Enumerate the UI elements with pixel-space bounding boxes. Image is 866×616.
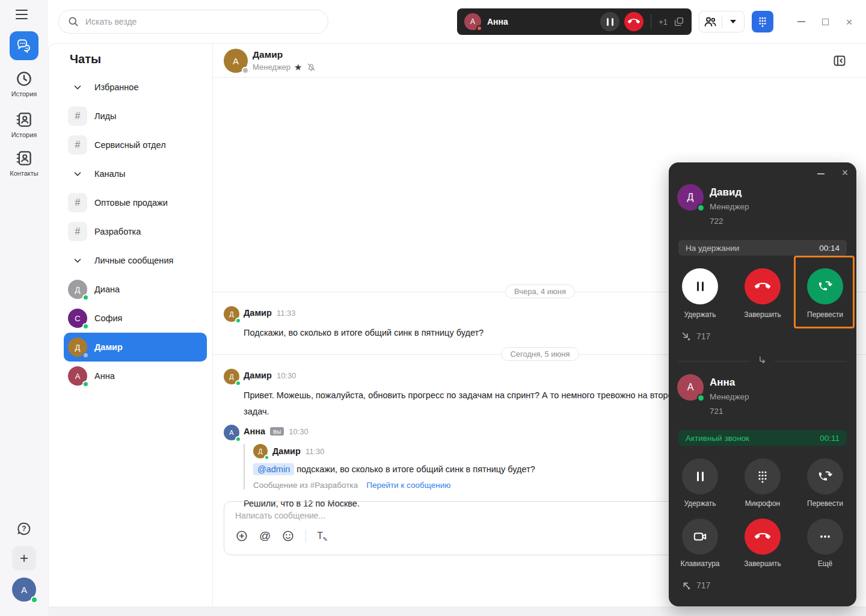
message-author[interactable]: Дамир — [244, 371, 272, 380]
hold-call-button[interactable] — [600, 12, 619, 31]
online-status-dot — [82, 294, 89, 301]
button-label: Перевести — [794, 310, 856, 319]
dm-anna[interactable]: А Анна — [64, 362, 207, 390]
date-divider-label: Сегодня, 5 июня — [501, 347, 579, 361]
hold-button[interactable] — [682, 458, 718, 494]
local-party-name: Анна — [710, 377, 735, 389]
pop-out-icon[interactable] — [674, 16, 684, 27]
section-favorites[interactable]: Избранное — [64, 73, 207, 102]
channel-service-dept[interactable]: # Сервисный отдел — [64, 131, 207, 159]
conversation-avatar[interactable]: A — [224, 49, 248, 73]
you-badge: вы — [270, 427, 284, 436]
dm-sofia[interactable]: С София — [64, 304, 207, 333]
dm-label: Дамир — [94, 342, 123, 352]
emoji-icon[interactable] — [281, 529, 295, 543]
mention-chip[interactable]: @admin — [253, 463, 294, 475]
divider — [651, 14, 651, 29]
online-status-dot — [235, 380, 241, 386]
remote-party-role: Менеджер — [710, 202, 749, 211]
add-button[interactable]: + — [12, 546, 36, 570]
avatar-initial: A — [21, 585, 27, 595]
arrow-outgoing-icon — [681, 580, 692, 591]
avatar[interactable]: Д — [224, 306, 239, 322]
dialpad-icon — [757, 16, 769, 28]
transfer-button[interactable] — [807, 268, 843, 304]
caller-number-row: 717 — [681, 580, 710, 591]
channel-label: Сервисный отдел — [94, 140, 166, 150]
panel-close-icon[interactable]: × — [840, 167, 850, 178]
sidebar-item-label: Контакты — [10, 170, 38, 177]
quote-author: Дамир — [272, 446, 301, 456]
hash-icon: # — [68, 193, 87, 212]
message-time: 10:30 — [289, 427, 309, 436]
more-button[interactable] — [807, 519, 843, 555]
global-search[interactable] — [58, 10, 328, 34]
text-format-icon[interactable]: T✎ — [317, 531, 323, 541]
corner-down-right-icon — [757, 355, 769, 367]
section-channels[interactable]: Каналы — [64, 159, 207, 188]
help-icon[interactable]: ? — [16, 521, 32, 537]
end-call-button[interactable] — [745, 519, 781, 555]
profile-avatar[interactable]: A — [12, 578, 36, 602]
search-input[interactable] — [85, 17, 319, 26]
favorite-star-icon[interactable]: ★ — [294, 63, 302, 72]
button-label: Удержать — [669, 310, 731, 319]
end-call-button[interactable] — [624, 12, 643, 31]
sidebar-item-contacts[interactable]: Контакты — [0, 149, 48, 177]
channel-wholesale[interactable]: # Оптовые продажи — [64, 188, 207, 217]
transfer-divider — [678, 354, 847, 368]
message-author[interactable]: Дамир — [244, 308, 272, 318]
avatar[interactable]: Д — [224, 369, 239, 384]
two-users-icon — [703, 14, 717, 29]
channel-label: Лиды — [94, 111, 117, 121]
channel-development[interactable]: # Разработка — [64, 217, 207, 246]
window-maximize-button[interactable] — [819, 16, 831, 28]
pause-icon — [697, 282, 704, 291]
channel-leads[interactable]: # Лиды — [64, 102, 207, 131]
section-label: Избранное — [94, 82, 138, 92]
avatar: Д — [253, 444, 268, 458]
dropdown-button[interactable] — [722, 11, 745, 32]
sidebar-item-chats[interactable] — [10, 31, 38, 60]
avatar[interactable]: А — [224, 425, 239, 440]
mention-icon[interactable]: @ — [259, 529, 271, 543]
status-label: На удержании — [686, 244, 739, 253]
hold-status-bar: На удержании 00:14 — [678, 240, 847, 256]
chevron-down-icon — [68, 251, 87, 270]
go-to-message-link[interactable]: Перейти к сообщению — [366, 481, 450, 490]
conversation-role: Менеджер — [253, 63, 290, 72]
sidebar-item-label: История — [11, 131, 37, 138]
dm-diana[interactable]: Д Диана — [64, 275, 207, 304]
attach-icon[interactable] — [235, 529, 248, 543]
end-call-button[interactable] — [745, 268, 781, 304]
dm-label: Диана — [94, 285, 120, 294]
transfer-button[interactable] — [807, 458, 843, 494]
local-party-extension: 721 — [710, 407, 723, 416]
quote-text: подскажи, во сколько в итоге общий синк … — [296, 464, 535, 474]
transfer-target-number: 717 — [696, 331, 710, 341]
dialpad-button[interactable] — [752, 11, 773, 32]
call-timer: 00:14 — [819, 244, 840, 253]
hold-button[interactable] — [682, 268, 718, 304]
bell-muted-icon[interactable] — [306, 62, 316, 72]
dm-damir-selected[interactable]: Д Дамир — [64, 333, 207, 362]
window-minimize-button[interactable] — [795, 16, 807, 28]
avatar: Д — [68, 280, 87, 299]
sidebar-item-history-calls[interactable]: История — [0, 70, 48, 97]
section-direct-messages[interactable]: Личные сообщения — [64, 246, 207, 275]
members-button[interactable] — [699, 11, 722, 32]
collapse-panel-icon[interactable] — [832, 54, 847, 68]
chevron-down-icon — [730, 20, 736, 23]
message-author[interactable]: Анна — [244, 427, 265, 436]
window-close-button[interactable]: × — [843, 16, 855, 28]
active-call-bar[interactable]: А Анна +1 — [457, 8, 692, 35]
sidebar-item-history-contacts[interactable]: История — [0, 111, 48, 138]
keyboard-button[interactable] — [682, 519, 718, 555]
panel-minimize-button[interactable] — [815, 168, 826, 179]
section-label: Личные сообщения — [94, 256, 173, 265]
avatar: Д — [68, 337, 87, 357]
microphone-button[interactable] — [745, 458, 781, 494]
sidebar-item-label: История — [11, 90, 37, 97]
remote-party-name: Давид — [710, 186, 742, 199]
hamburger-menu-icon[interactable] — [16, 7, 32, 22]
